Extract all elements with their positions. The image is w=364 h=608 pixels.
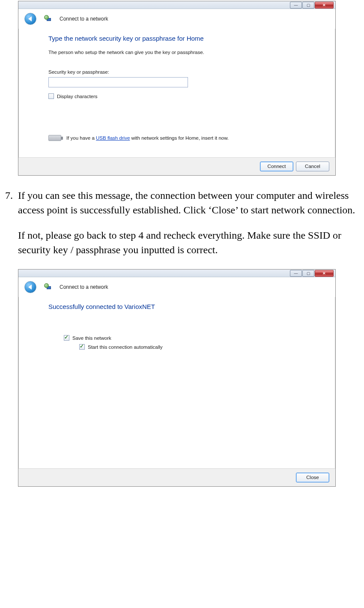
minimize-button[interactable]: — — [290, 2, 302, 9]
passphrase-label: Security key or passphrase: — [48, 69, 310, 75]
close-button[interactable]: Close — [296, 473, 329, 482]
dialog-title: Connect to a network — [60, 284, 108, 290]
auto-start-label: Start this connection automatically — [88, 344, 163, 350]
dialog-footer: Close — [18, 468, 335, 486]
dialog-header: Connect to a network — [18, 9, 335, 29]
step-number: 7. — [0, 189, 18, 268]
save-network-row[interactable]: Save this network — [64, 335, 310, 341]
close-window-button[interactable]: ✕ — [315, 2, 334, 9]
auto-start-checkbox[interactable] — [79, 344, 85, 350]
display-chars-checkbox[interactable] — [48, 93, 54, 99]
step-para-1: If you can see this message, the connect… — [18, 189, 364, 217]
display-chars-label: Display characters — [57, 94, 98, 99]
minimize-button[interactable]: — — [290, 270, 302, 277]
passphrase-input[interactable] — [48, 77, 188, 87]
headline: Successfully connected to VarioxNET — [48, 303, 310, 310]
window-frame-top: — ▢ ✕ — [18, 1, 335, 9]
step-para-2: If not, please go back to step 4 and rec… — [18, 228, 364, 257]
connect-dialog-key: — ▢ ✕ Connect to a network Type the netw… — [18, 1, 336, 176]
network-icon — [44, 283, 52, 291]
save-network-checkbox[interactable] — [64, 335, 69, 341]
instruction-step-7: 7. If you can see this message, the conn… — [0, 189, 364, 268]
dialog-footer: Connect Cancel — [18, 157, 335, 175]
back-button[interactable] — [24, 281, 36, 293]
window-frame-top: — ▢ ✕ — [18, 270, 335, 277]
connect-button[interactable]: Connect — [260, 162, 293, 171]
cancel-button[interactable]: Cancel — [296, 162, 329, 171]
close-window-button[interactable]: ✕ — [315, 270, 334, 277]
save-network-label: Save this network — [72, 335, 111, 341]
usb-hint-row: If you have a USB flash drive with netwo… — [48, 135, 310, 141]
auto-start-row[interactable]: Start this connection automatically — [79, 344, 310, 350]
network-icon — [44, 15, 52, 23]
usb-hint-suffix: with network settings for Home, insert i… — [130, 135, 229, 141]
usb-flash-drive-link[interactable]: USB flash drive — [96, 135, 130, 141]
dialog-content: Successfully connected to VarioxNET Save… — [18, 297, 335, 468]
display-chars-row[interactable]: Display characters — [48, 93, 310, 99]
headline: Type the network security key or passphr… — [48, 35, 310, 42]
usb-drive-icon — [48, 135, 61, 141]
dialog-title: Connect to a network — [60, 16, 108, 22]
maximize-button[interactable]: ▢ — [302, 2, 314, 9]
subtext: The person who setup the network can giv… — [48, 50, 310, 55]
usb-hint-prefix: If you have a — [66, 135, 96, 141]
connect-dialog-success: — ▢ ✕ Connect to a network Successfully … — [18, 269, 336, 487]
dialog-content: Type the network security key or passphr… — [18, 29, 335, 157]
dialog-header: Connect to a network — [18, 277, 335, 297]
back-button[interactable] — [24, 13, 36, 25]
maximize-button[interactable]: ▢ — [302, 270, 314, 277]
